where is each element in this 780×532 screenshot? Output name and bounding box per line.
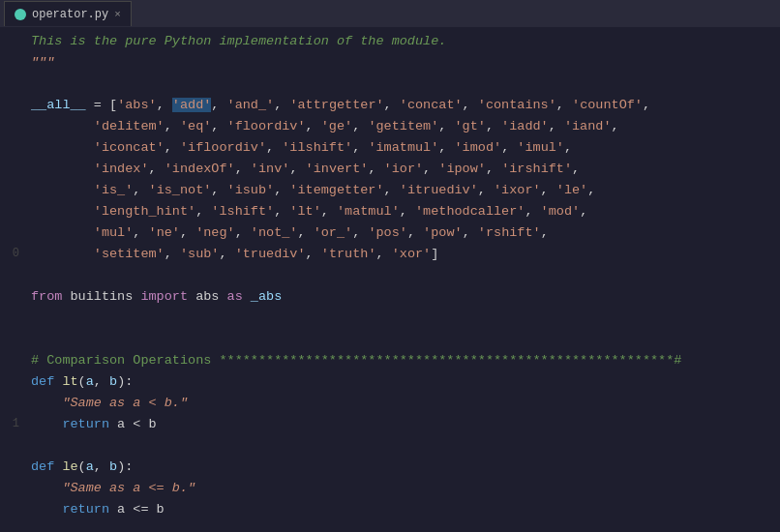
token: 'not_' [251,225,298,240]
token: 'irshift' [501,162,572,176]
token: , [211,183,226,197]
token: def [31,374,62,389]
token: , [486,162,501,176]
token: , [306,119,321,133]
token: 'xor' [392,247,432,261]
token: , [438,140,454,155]
token: 'indexOf' [165,162,235,176]
token: 'abs' [117,98,157,112]
token [31,247,94,261]
token: This is the pure Python implementation o… [31,34,446,48]
token: 'matmul' [337,204,400,219]
token: def [31,459,62,474]
token: , [306,247,321,261]
code-line: 'delitem', 'eq', 'floordiv', 'ge', 'geti… [0,116,780,137]
token: 'index' [94,162,149,176]
token: 'imatmul' [368,140,438,155]
token: , [541,183,556,197]
token: , [407,225,423,240]
code-line: "Same as a < b." [0,393,780,414]
code-line: def lt(a, b): [0,371,780,393]
token: b [109,459,117,474]
code-line [0,308,780,329]
code-line: from builtins import abs as _abs [0,286,780,308]
token: , [486,119,501,133]
token: , [165,119,180,133]
token: , [384,98,400,112]
token: 'setitem' [94,247,165,261]
code-line: 0 'setitem', 'sub', 'truediv', 'truth', … [0,244,780,265]
token: , [643,98,650,112]
code-line [0,265,780,286]
token: 'ge' [321,119,352,133]
token: , [133,225,148,240]
token: 'ixor' [494,183,541,197]
token [31,225,94,240]
line-content: 'length_hint', 'lshift', 'lt', 'matmul',… [27,201,780,222]
token: 'ilshift' [282,140,352,155]
token: 'le' [556,183,587,197]
code-line: 1 return a < b [0,414,780,435]
token: , [368,162,383,176]
line-content: from builtins import abs as _abs [27,286,780,308]
token: 'rshift' [478,225,541,240]
token: , [94,374,109,389]
token: , [297,225,313,240]
token: , [352,119,368,133]
token: , [501,140,517,155]
token: return [62,502,109,517]
token: , [219,247,234,261]
token: b [109,374,117,389]
token: 'imod' [455,140,502,155]
code-line: 'mul', 'ne', 'neg', 'not_', 'or_', 'pos'… [0,222,780,244]
token: 'attrgetter' [289,98,383,112]
token: 'truediv' [235,247,306,261]
token: as [227,289,243,304]
token: , [376,247,392,261]
token: _abs [243,289,283,304]
token: 'getitem' [368,119,438,133]
code-line [0,329,780,350]
token: , [195,204,211,219]
line-number: 1 [0,415,27,433]
line-content: return a <= b [27,499,780,520]
code-line: 'iconcat', 'ifloordiv', 'ilshift', 'imat… [0,137,780,159]
token: 'isub' [227,183,275,197]
token: , [541,225,549,240]
token: 'countOf' [572,98,643,112]
token: , [274,183,289,197]
token [31,396,62,410]
token: import [140,289,188,304]
token: , [133,183,148,197]
token: 'delitem' [94,119,165,133]
token: , [572,162,580,176]
token: 'ifloordiv' [180,140,266,155]
token: le [62,459,77,474]
token: 'methodcaller' [415,204,525,219]
token: , [289,162,305,176]
token: , [556,98,572,112]
token: , [211,98,226,112]
token: 'sub' [180,247,220,261]
token: , [352,140,368,155]
token [31,140,94,155]
token: , [525,204,540,219]
token [31,417,62,431]
token: 'itemgetter' [289,183,383,197]
token [31,481,62,495]
token: , [384,183,400,197]
token: , [274,204,289,219]
line-content: 'setitem', 'sub', 'truediv', 'truth', 'x… [27,244,780,265]
code-line: 'length_hint', 'lshift', 'lt', 'matmul',… [0,201,780,222]
token: 'eq' [180,119,211,133]
tab-close-button[interactable]: × [114,9,121,20]
token [31,204,94,219]
token: a <= b [109,502,165,517]
token: 'is_' [94,183,134,197]
token: , [94,459,109,474]
line-content: 'index', 'indexOf', 'inv', 'invert', 'io… [27,159,780,180]
token: 'inv' [251,162,290,176]
token: , [564,140,572,155]
token [31,183,94,197]
tab-operator-py[interactable]: operator.py × [4,1,132,26]
